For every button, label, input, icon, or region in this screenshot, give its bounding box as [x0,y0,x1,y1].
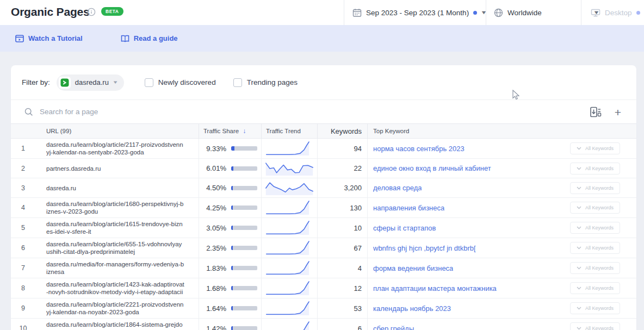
newly-discovered-label: Newly discovered [158,78,216,86]
table-row: 2 partners.dasreda.ru 6.01% 22 единое ок… [11,159,636,178]
date-range-selector[interactable]: Sep 2023 - Sep 2023 (1 Month) ▼ [352,0,486,25]
traffic-share-cell: 1.42% [199,319,261,330]
keywords-count: 3,200 [317,178,367,197]
keywords-count: 6 [317,319,367,330]
traffic-share-cell: 6.01% [199,159,261,178]
traffic-share-bar [231,266,257,270]
top-keyword-link[interactable]: сферы it стартапов [373,224,436,232]
traffic-share-bar [231,246,257,250]
top-keyword-link[interactable]: календарь ноябрь 2023 [373,304,451,313]
chevron-down-icon [577,206,581,209]
all-keywords-button[interactable]: All Keywords [570,222,620,234]
device-value: Desktop [605,9,632,17]
top-keyword-cell: календарь ноябрь 2023 [367,298,566,318]
page-url: dasreda.ru/learn/blog/article/1680-persp… [35,198,199,217]
date-range-dot [473,11,477,15]
device-selector[interactable]: Desktop [591,0,640,25]
chevron-down-icon [577,266,581,270]
top-keyword-link[interactable]: деловая среда [373,184,422,192]
traffic-share-value: 1.68% [199,284,226,292]
all-keywords-button[interactable]: All Keywords [570,202,620,214]
traffic-trend-sparkline [265,241,314,255]
page-url: dasreda.ru [35,182,199,194]
actions-cell: All Keywords [566,163,636,175]
header-keywords[interactable]: Keywords [317,124,367,138]
all-keywords-label: All Keywords [585,326,614,330]
keywords-count: 12 [317,278,367,298]
search-input[interactable] [40,108,366,116]
watch-tutorial-label: Watch a Tutorial [28,34,83,42]
top-keyword-link[interactable]: сбер грейды [373,325,414,330]
traffic-share-bar-fill [231,186,233,190]
table-row: 8 dasreda.ru/learn/blog/article/1423-kak… [11,278,636,298]
traffic-trend-cell [261,218,317,238]
divider [581,0,581,25]
trending-pages-checkbox[interactable]: Trending pages [233,78,298,87]
top-keyword-link[interactable]: единое окно вход в личный кабинет [373,164,491,172]
all-keywords-button[interactable]: All Keywords [570,163,620,175]
all-keywords-button[interactable]: All Keywords [570,282,620,294]
checkbox-icon [145,78,153,87]
add-icon[interactable]: + [615,107,621,118]
top-keyword-link[interactable]: норма часов сентябрь 2023 [373,145,465,153]
date-range-value: Sep 2023 - Sep 2023 (1 Month) [366,9,469,17]
table-body: 1 dasreda.ru/learn/blog/article/2117-pro… [11,139,636,330]
traffic-share-bar [231,326,257,330]
all-keywords-button[interactable]: All Keywords [570,182,620,194]
actions-cell: All Keywords [566,302,636,314]
export-icon[interactable] [590,107,602,117]
traffic-share-value: 1.83% [199,264,226,272]
all-keywords-label: All Keywords [585,146,614,151]
top-keyword-link[interactable]: направления бизнеса [373,204,444,212]
traffic-share-bar-fill [231,306,233,310]
traffic-share-bar-fill [231,266,233,270]
header-traffic-share[interactable]: Traffic Share ↓ [199,124,261,138]
all-keywords-button[interactable]: All Keywords [570,322,620,330]
traffic-share-bar [231,186,257,190]
search-icon [24,108,33,116]
traffic-trend-cell [261,198,317,217]
page-url: dasreda.ru/learn/blog/article/1864-siste… [35,319,199,330]
watch-tutorial-link[interactable]: Watch a Tutorial [15,34,83,42]
row-number: 7 [11,264,35,272]
read-guide-link[interactable]: Read a guide [121,34,178,42]
traffic-trend-sparkline [265,201,314,215]
traffic-trend-cell [261,258,317,278]
traffic-share-bar-fill [231,146,234,151]
table-row: 4 dasreda.ru/learn/blog/article/1680-per… [11,198,636,218]
top-keyword-cell: норма часов сентябрь 2023 [367,139,566,158]
traffic-share-value: 6.01% [199,164,226,172]
all-keywords-button[interactable]: All Keywords [570,302,620,314]
region-selector[interactable]: Worldwide ▼ [494,0,599,25]
table-row: 10 dasreda.ru/learn/blog/article/1864-si… [11,319,636,330]
header-url[interactable]: URL (99) [35,127,199,135]
monitor-icon [591,8,600,17]
page-url: dasreda.ru/learn/blog/article/1423-kak-a… [35,278,199,298]
all-keywords-button[interactable]: All Keywords [570,142,620,154]
newly-discovered-checkbox[interactable]: Newly discovered [145,78,216,87]
domain-filter-chip[interactable]: dasreda.ru ▼ [57,74,124,91]
all-keywords-button[interactable]: All Keywords [570,262,620,274]
chevron-down-icon [577,327,581,330]
top-keyword-link[interactable]: wbnfns ghj hjcn ,bpytcf jn dtkbrb[ [373,244,476,252]
all-keywords-button[interactable]: All Keywords [570,242,620,254]
header-top-keyword[interactable]: Top Keyword [367,124,566,138]
page-url: dasreda.ru/learn/blog/article/2117-proiz… [35,139,199,158]
traffic-trend-sparkline [265,181,314,195]
header-traffic-trend[interactable]: Traffic Trend [261,124,317,138]
traffic-share-bar [231,306,257,310]
row-number: 4 [11,204,35,211]
traffic-share-bar [231,146,257,151]
traffic-share-value: 1.64% [199,304,226,313]
page-url: dasreda.ru/learn/blog/article/1615-trend… [35,218,199,238]
page-url: dasreda.ru/media/for-managers/formy-vede… [35,258,199,278]
traffic-trend-sparkline [265,281,314,295]
traffic-share-label: Traffic Share [203,128,239,134]
info-icon[interactable] [87,8,96,16]
top-keyword-link[interactable]: форма ведения бизнеса [373,264,453,272]
table-row: 7 dasreda.ru/media/for-managers/formy-ve… [11,258,636,278]
traffic-share-value: 2.35% [199,244,226,252]
top-keyword-link[interactable]: план адаптации мастера монтажника [373,284,497,292]
page-url: dasreda.ru/learn/blog/article/2221-proiz… [35,298,199,318]
filter-bar: Filter by: dasreda.ru ▼ Newly discovered… [11,65,636,99]
